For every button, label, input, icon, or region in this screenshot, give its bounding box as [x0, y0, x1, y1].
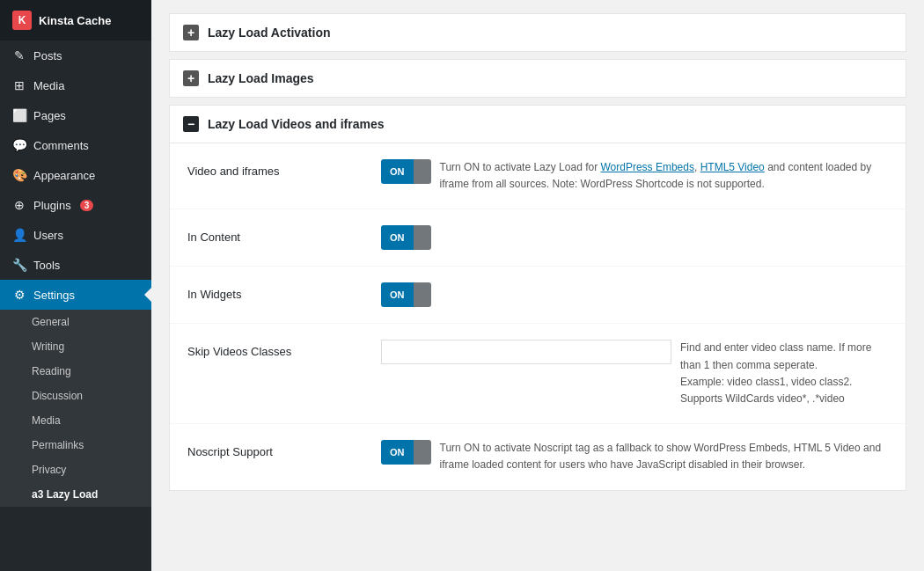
sidebar-item-label: Settings — [33, 289, 75, 302]
sidebar-item-pages[interactable]: ⬜ Pages — [0, 100, 151, 130]
setting-row-skip-classes: Skip Videos Classes Find and enter video… — [170, 324, 906, 424]
sidebar-item-comments[interactable]: 💬 Comments — [0, 130, 151, 160]
submenu-item-general[interactable]: General — [0, 310, 151, 334]
setting-row-noscript: Noscript Support ON Turn ON to activate … — [170, 424, 906, 489]
posts-icon: ✎ — [12, 48, 26, 62]
setting-desc-noscript: Turn ON to activate Noscript tag as a fa… — [440, 440, 889, 473]
site-name: Kinsta Cache — [39, 14, 111, 27]
skip-classes-input[interactable] — [381, 340, 671, 364]
sidebar-item-label: Media — [33, 79, 64, 92]
toggle-off-in-content[interactable] — [414, 225, 431, 250]
section-header-images[interactable]: + Lazy Load Images — [170, 60, 906, 97]
toggle-in-widgets[interactable]: ON — [381, 282, 431, 307]
setting-control-in-content: ON — [381, 225, 888, 250]
sidebar-item-media[interactable]: ⊞ Media — [0, 70, 151, 100]
sidebar-item-label: Appearance — [33, 169, 95, 182]
section-title-activation: Lazy Load Activation — [208, 26, 331, 40]
setting-label-in-content: In Content — [187, 225, 381, 244]
toggle-on-noscript[interactable]: ON — [381, 440, 414, 465]
toggle-noscript[interactable]: ON — [381, 440, 431, 465]
link-wordpress-embeds[interactable]: WordPress Embeds — [600, 161, 693, 173]
section-body-videos: Video and iframes ON Turn ON to activate… — [170, 143, 906, 490]
setting-desc-skip-classes: Find and enter video class name. If more… — [680, 340, 888, 407]
sidebar-item-posts[interactable]: ✎ Posts — [0, 40, 151, 70]
setting-label-skip-classes: Skip Videos Classes — [187, 340, 381, 358]
submenu-item-permalinks[interactable]: Permalinks — [0, 433, 151, 458]
toggle-off-in-widgets[interactable] — [414, 282, 431, 307]
sidebar-item-users[interactable]: 👤 Users — [0, 220, 151, 250]
section-toggle-activation[interactable]: + — [183, 25, 199, 40]
sidebar-item-tools[interactable]: 🔧 Tools — [0, 250, 151, 280]
sidebar-item-label: Comments — [33, 139, 89, 152]
setting-row-in-content: In Content ON — [170, 209, 906, 267]
section-lazy-load-videos: − Lazy Load Videos and iframes Video and… — [169, 105, 906, 491]
appearance-icon: 🎨 — [12, 168, 26, 182]
setting-row-video-iframes: Video and iframes ON Turn ON to activate… — [170, 143, 906, 209]
section-toggle-videos[interactable]: − — [183, 116, 199, 132]
submenu-item-writing[interactable]: Writing — [0, 334, 151, 359]
plugins-icon: ⊕ — [12, 198, 26, 212]
submenu-item-a3lazyload[interactable]: a3 Lazy Load — [0, 482, 151, 507]
section-title-videos: Lazy Load Videos and iframes — [208, 117, 384, 131]
section-title-images: Lazy Load Images — [208, 71, 314, 85]
tools-icon: 🔧 — [12, 258, 26, 272]
site-icon: K — [12, 11, 32, 30]
setting-control-skip-classes: Find and enter video class name. If more… — [381, 340, 888, 407]
sidebar-item-label: Users — [33, 229, 63, 242]
media-icon: ⊞ — [12, 78, 26, 92]
sidebar-item-label: Posts — [33, 49, 62, 62]
toggle-off-noscript[interactable] — [414, 440, 431, 465]
toggle-on-video-iframes[interactable]: ON — [381, 159, 414, 184]
sidebar-item-appearance[interactable]: 🎨 Appearance — [0, 160, 151, 190]
toggle-on-in-content[interactable]: ON — [381, 225, 414, 250]
section-toggle-images[interactable]: + — [183, 70, 199, 86]
toggle-video-iframes[interactable]: ON — [381, 159, 431, 184]
setting-control-video-iframes: ON Turn ON to activate Lazy Load for Wor… — [381, 159, 888, 193]
sidebar-item-settings[interactable]: ⚙ Settings — [0, 280, 151, 310]
settings-submenu: General Writing Reading Discussion Media… — [0, 310, 151, 507]
sidebar-item-plugins[interactable]: ⊕ Plugins 3 — [0, 190, 151, 220]
toggle-on-in-widgets[interactable]: ON — [381, 282, 414, 307]
setting-desc-video-iframes: Turn ON to activate Lazy Load for WordPr… — [440, 159, 889, 193]
setting-control-noscript: ON Turn ON to activate Noscript tag as a… — [381, 440, 888, 473]
settings-icon: ⚙ — [12, 288, 26, 302]
plugins-badge: 3 — [80, 200, 94, 211]
setting-label-in-widgets: In Widgets — [187, 282, 381, 301]
setting-label-noscript: Noscript Support — [187, 440, 381, 458]
setting-control-in-widgets: ON — [381, 282, 888, 307]
submenu-item-media[interactable]: Media — [0, 408, 151, 433]
submenu-item-discussion[interactable]: Discussion — [0, 384, 151, 408]
sidebar-item-label: Pages — [33, 109, 66, 122]
pages-icon: ⬜ — [12, 108, 26, 122]
toggle-off-video-iframes[interactable] — [414, 159, 431, 184]
section-lazy-load-activation: + Lazy Load Activation — [169, 13, 906, 52]
section-header-videos[interactable]: − Lazy Load Videos and iframes — [170, 106, 906, 143]
section-header-activation[interactable]: + Lazy Load Activation — [170, 14, 906, 51]
setting-label-video-iframes: Video and iframes — [187, 159, 381, 178]
toggle-in-content[interactable]: ON — [381, 225, 431, 250]
sidebar-item-label: Tools — [33, 259, 60, 272]
site-header: K Kinsta Cache — [0, 0, 151, 40]
section-lazy-load-images: + Lazy Load Images — [169, 59, 906, 98]
link-html5-video[interactable]: HTML5 Video — [700, 161, 765, 173]
main-content: + Lazy Load Activation + Lazy Load Image… — [151, 0, 924, 571]
sidebar: K Kinsta Cache ✎ Posts ⊞ Media ⬜ Pages 💬… — [0, 0, 151, 571]
sidebar-item-label: Plugins — [33, 199, 71, 212]
submenu-item-reading[interactable]: Reading — [0, 359, 151, 384]
setting-row-in-widgets: In Widgets ON — [170, 267, 906, 324]
submenu-item-privacy[interactable]: Privacy — [0, 458, 151, 482]
users-icon: 👤 — [12, 228, 26, 242]
comments-icon: 💬 — [12, 138, 26, 152]
